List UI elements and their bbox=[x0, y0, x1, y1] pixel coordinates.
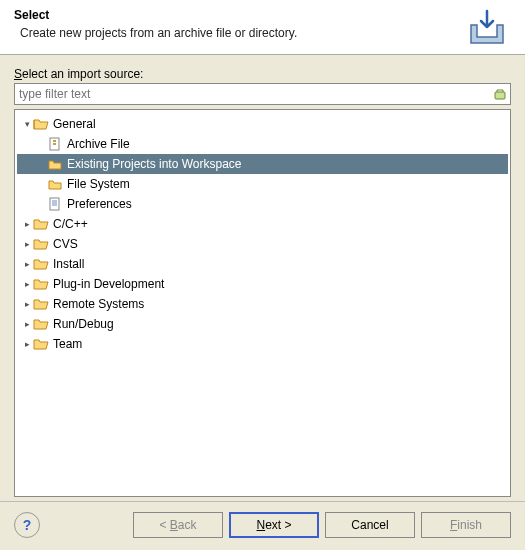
folder-icon bbox=[47, 177, 63, 191]
collapse-arrow-icon[interactable]: ▸ bbox=[21, 239, 33, 249]
tree-item-existing-projects[interactable]: Existing Projects into Workspace bbox=[17, 154, 508, 174]
svg-rect-0 bbox=[495, 92, 505, 99]
import-wizard-icon bbox=[463, 8, 511, 48]
tree-item-archive-file[interactable]: Archive File bbox=[17, 134, 508, 154]
collapse-arrow-icon[interactable]: ▸ bbox=[21, 219, 33, 229]
help-button[interactable]: ? bbox=[14, 512, 40, 538]
back-button[interactable]: < Back bbox=[133, 512, 223, 538]
finish-button[interactable]: Finish bbox=[421, 512, 511, 538]
project-folder-icon bbox=[47, 157, 63, 171]
folder-icon bbox=[33, 297, 49, 311]
tree-folder-cvs[interactable]: ▸ CVS bbox=[17, 234, 508, 254]
collapse-arrow-icon[interactable]: ▸ bbox=[21, 259, 33, 269]
folder-icon bbox=[33, 337, 49, 351]
collapse-arrow-icon[interactable]: ▸ bbox=[21, 319, 33, 329]
archive-file-icon bbox=[47, 137, 63, 151]
wizard-description: Create new projects from an archive file… bbox=[20, 26, 463, 40]
next-button[interactable]: Next > bbox=[229, 512, 319, 538]
tree-item-file-system[interactable]: File System bbox=[17, 174, 508, 194]
wizard-header: Select Create new projects from an archi… bbox=[0, 0, 525, 55]
tree-folder-plugin-dev[interactable]: ▸ Plug-in Development bbox=[17, 274, 508, 294]
tree-folder-remote-systems[interactable]: ▸ Remote Systems bbox=[17, 294, 508, 314]
tree-folder-run-debug[interactable]: ▸ Run/Debug bbox=[17, 314, 508, 334]
folder-icon bbox=[33, 317, 49, 331]
cancel-button[interactable]: Cancel bbox=[325, 512, 415, 538]
folder-icon bbox=[33, 237, 49, 251]
collapse-arrow-icon[interactable]: ▸ bbox=[21, 279, 33, 289]
clear-filter-icon[interactable] bbox=[490, 84, 510, 104]
wizard-button-bar: ? < Back Next > Cancel Finish bbox=[0, 501, 525, 550]
wizard-title: Select bbox=[14, 8, 463, 22]
collapse-arrow-icon[interactable]: ▸ bbox=[21, 339, 33, 349]
collapse-arrow-icon[interactable]: ▸ bbox=[21, 299, 33, 309]
tree-folder-general[interactable]: ▾ General bbox=[17, 114, 508, 134]
preferences-file-icon bbox=[47, 197, 63, 211]
filter-row bbox=[14, 83, 511, 105]
expand-arrow-icon[interactable]: ▾ bbox=[21, 119, 33, 129]
svg-rect-2 bbox=[53, 140, 56, 142]
folder-icon bbox=[33, 217, 49, 231]
svg-rect-3 bbox=[53, 143, 56, 145]
folder-icon bbox=[33, 277, 49, 291]
folder-open-icon bbox=[33, 117, 49, 131]
filter-input[interactable] bbox=[15, 85, 490, 103]
svg-rect-4 bbox=[50, 198, 59, 210]
tree-item-preferences[interactable]: Preferences bbox=[17, 194, 508, 214]
tree-folder-cpp[interactable]: ▸ C/C++ bbox=[17, 214, 508, 234]
tree-folder-team[interactable]: ▸ Team bbox=[17, 334, 508, 354]
folder-icon bbox=[33, 257, 49, 271]
import-source-tree[interactable]: ▾ General Archive File Existing Projects… bbox=[14, 109, 511, 497]
tree-folder-install[interactable]: ▸ Install bbox=[17, 254, 508, 274]
source-label: Select an import source: bbox=[14, 67, 511, 81]
